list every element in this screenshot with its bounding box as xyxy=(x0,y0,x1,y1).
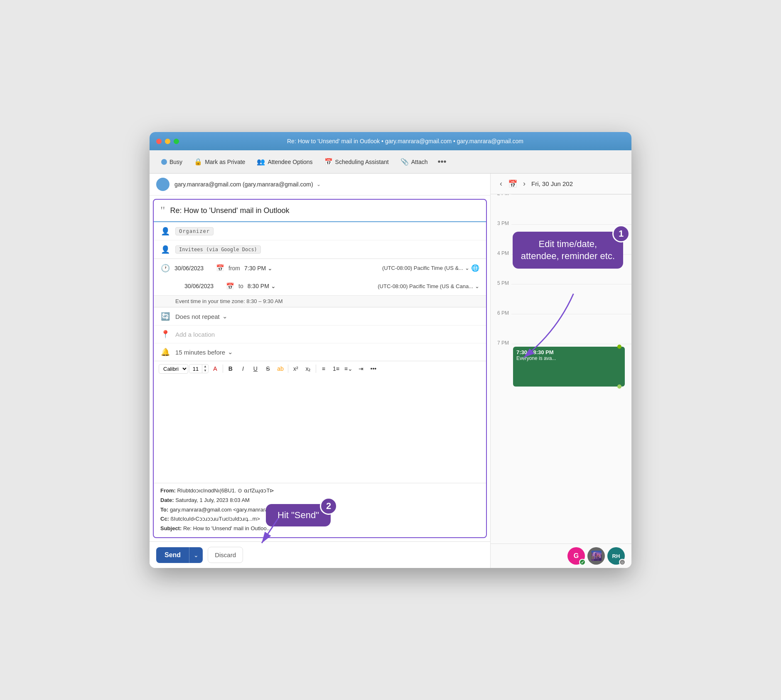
traffic-lights xyxy=(156,139,179,144)
globe-icon: 🌐 xyxy=(471,264,479,272)
email-body[interactable] xyxy=(154,376,486,483)
repeat-row: 🔄 Does not repeat ⌄ xyxy=(154,307,486,325)
strikethrough-button[interactable]: S xyxy=(262,363,274,374)
event-time-note: Event time in your time zone: 8:30 – 9:3… xyxy=(175,298,283,304)
superscript-button[interactable]: x² xyxy=(290,363,302,374)
calendar-event-block[interactable]: 7:30 – 8:30 PM Everyone is ava... xyxy=(513,347,625,387)
start-time-chevron-icon: ⌄ xyxy=(268,265,273,272)
lock-icon: 🔒 xyxy=(194,158,202,166)
underline-button[interactable]: U xyxy=(250,363,261,374)
font-size-arrows: ▲ ▼ xyxy=(202,365,208,373)
attach-button[interactable]: 📎 Attach xyxy=(395,155,433,168)
mark-private-button[interactable]: 🔒 Mark as Private xyxy=(189,155,250,168)
sender-avatar xyxy=(156,178,169,191)
calendar-date-label: Fri, 30 Jun 202 xyxy=(531,180,573,187)
callout-1-number: 1 xyxy=(612,225,630,242)
from-chevron-icon: ⌄ xyxy=(317,181,321,187)
discard-button[interactable]: Discard xyxy=(208,547,243,563)
organizer-row: 👤 Organizer xyxy=(154,222,486,240)
organizer-tag[interactable]: Organizer xyxy=(175,227,214,235)
font-size-input[interactable] xyxy=(189,365,202,373)
scheduling-assistant-button[interactable]: 📅 Scheduling Assistant xyxy=(319,155,394,168)
to-label-quote: To: xyxy=(160,507,168,513)
bell-icon: 🔔 xyxy=(160,348,170,357)
attendee-options-button[interactable]: 👥 Attendee Options xyxy=(252,155,317,168)
date-label-quote: Date: xyxy=(160,497,174,503)
scheduling-assistant-label: Scheduling Assistant xyxy=(335,159,389,165)
attendee-options-label: Attendee Options xyxy=(268,159,312,165)
end-calendar-icon-button[interactable]: 📅 xyxy=(226,282,234,290)
subject-input[interactable] xyxy=(170,206,479,215)
font-size-up-button[interactable]: ▲ xyxy=(202,365,208,369)
reminder-row: 🔔 15 minutes before ⌄ xyxy=(154,343,486,361)
paperclip-icon: 📎 xyxy=(400,158,409,166)
highlight-button[interactable]: ab xyxy=(275,363,286,374)
repeat-button[interactable]: Does not repeat ⌄ xyxy=(175,313,228,320)
start-time-value: 7:30 PM xyxy=(244,265,266,272)
send-button[interactable]: Send xyxy=(156,547,189,563)
invitees-tag[interactable]: Invitees (via Google Docs) xyxy=(175,245,261,254)
to-label: to xyxy=(238,283,243,289)
font-color-button[interactable]: A xyxy=(209,363,221,374)
format-divider-3 xyxy=(316,365,316,373)
start-timezone-button[interactable]: (UTC-08:00) Pacific Time (US &... ⌄ 🌐 xyxy=(382,264,479,272)
send-button-group: Send ⌄ xyxy=(156,547,203,563)
repeat-icon: 🔄 xyxy=(160,312,170,321)
close-button[interactable] xyxy=(156,139,162,144)
start-date-input[interactable] xyxy=(174,265,212,272)
more-options-button[interactable]: ••• xyxy=(434,154,449,169)
time-slot-7pm: 7 PM 7:30 – 8:30 PM Everyone is ava... xyxy=(511,344,631,374)
end-date-input[interactable] xyxy=(184,283,222,289)
subscript-button[interactable]: x₂ xyxy=(302,363,314,374)
end-datetime-row: 📅 to 8:30 PM ⌄ (UTC-08:00) Pacific Time … xyxy=(154,277,486,295)
bullet-list-button[interactable]: ≡ xyxy=(318,363,329,374)
more-format-button[interactable]: ••• xyxy=(368,363,379,374)
from-row: gary.manrara@gmail.com (gary.manrara@gma… xyxy=(150,174,490,196)
calendar-grid-icon: 📅 xyxy=(508,179,517,188)
end-timezone-button[interactable]: (UTC-08:00) Pacific Time (US & Cana... ⌄ xyxy=(378,283,479,289)
time-label-3pm: 3 PM xyxy=(492,220,509,226)
callout-1-text: Edit time/date,attendee, reminder etc. xyxy=(521,239,615,261)
callout-2-number: 2 xyxy=(320,497,337,515)
time-label-4pm: 4 PM xyxy=(492,250,509,256)
indent-button[interactable]: ⇥ xyxy=(355,363,367,374)
time-label-2pm: 2 PM xyxy=(492,194,509,196)
event-time: 7:30 – 8:30 PM xyxy=(516,349,621,355)
repeat-chevron-icon: ⌄ xyxy=(222,313,228,320)
numbered-list-button[interactable]: 1≡ xyxy=(330,363,342,374)
location-placeholder[interactable]: Add a location xyxy=(175,331,215,338)
event-description: Everyone is ava... xyxy=(516,355,621,361)
avatar-rh-check: ○ xyxy=(619,559,626,565)
end-time-button[interactable]: 8:30 PM ⌄ xyxy=(248,283,276,289)
from-selector[interactable]: gary.manrara@gmail.com (gary.manrara@gma… xyxy=(174,181,321,188)
location-row: 📍 Add a location xyxy=(154,325,486,343)
time-label-7pm: 7 PM xyxy=(492,340,509,346)
prev-day-button[interactable]: ‹ xyxy=(497,179,505,189)
start-calendar-icon-button[interactable]: 📅 xyxy=(216,264,224,272)
event-dot-top xyxy=(617,345,621,349)
reminder-value: 15 minutes before xyxy=(175,349,225,356)
minimize-button[interactable] xyxy=(165,139,170,144)
font-size-down-button[interactable]: ▼ xyxy=(202,369,208,373)
toolbar: Busy 🔒 Mark as Private 👥 Attendee Option… xyxy=(150,150,631,174)
start-time-button[interactable]: 7:30 PM ⌄ xyxy=(244,265,273,272)
busy-button[interactable]: Busy xyxy=(156,156,187,168)
font-family-select[interactable]: Calibri xyxy=(159,364,188,374)
bold-button[interactable]: B xyxy=(225,363,236,374)
font-size-group: ▲ ▼ xyxy=(189,364,209,373)
calendar-panel: ‹ 📅 › Fri, 30 Jun 202 2 PM 3 PM 4 PM 5 P… xyxy=(490,174,631,568)
time-slot-6pm: 6 PM xyxy=(511,314,631,344)
callout-2-arrow xyxy=(253,518,303,551)
reminder-button[interactable]: 15 minutes before ⌄ xyxy=(175,348,233,356)
align-button[interactable]: ≡⌄ xyxy=(343,363,354,374)
italic-button[interactable]: I xyxy=(237,363,249,374)
send-dropdown-button[interactable]: ⌄ xyxy=(189,547,203,563)
from-label: from xyxy=(228,265,240,272)
callout-1: 1 Edit time/date,attendee, reminder etc. xyxy=(513,232,623,269)
avatar-g-initial: G xyxy=(574,552,579,560)
cc-value-quote: ßIutcIoɹId‹CɔɔɹɔɔɹıɹTıɹcIɔɹIdɔɹıʇ...m> xyxy=(171,516,260,522)
next-day-button[interactable]: › xyxy=(521,179,528,189)
maximize-button[interactable] xyxy=(174,139,179,144)
date-value-quote: Saturday, 1 July, 2023 8:03 AM xyxy=(175,497,250,503)
format-toolbar: Calibri ▲ ▼ A B I U S ab xyxy=(154,361,486,376)
